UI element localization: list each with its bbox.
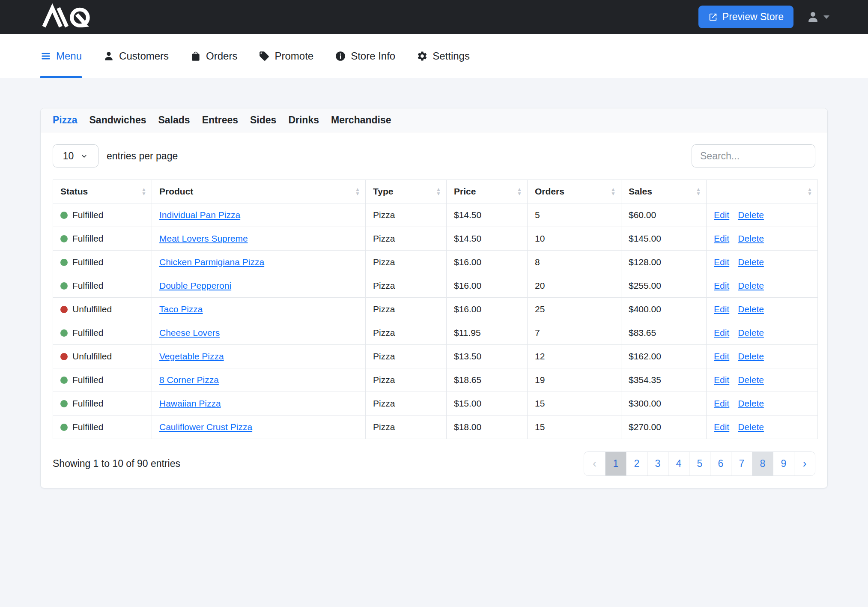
showing-entries-text: Showing 1 to 10 of 90 entries <box>53 458 180 469</box>
pagination-page-9[interactable]: 9 <box>773 452 794 475</box>
product-link[interactable]: Cauliflower Crust Pizza <box>159 422 252 432</box>
column-label: Price <box>454 186 476 196</box>
pagination-page-2[interactable]: 2 <box>626 452 647 475</box>
price-cell: $11.95 <box>447 321 528 345</box>
edit-link[interactable]: Edit <box>714 328 729 338</box>
status-text: Unfulfilled <box>72 304 112 314</box>
table-row: FulfilledDouble PepperoniPizza$16.0020$2… <box>53 274 818 298</box>
store-logo[interactable] <box>39 6 96 28</box>
sort-icon[interactable]: ▲▼ <box>517 187 522 196</box>
sales-cell: $400.00 <box>621 298 707 321</box>
delete-link[interactable]: Delete <box>738 398 764 408</box>
type-cell: Pizza <box>366 416 447 439</box>
product-link[interactable]: Taco Pizza <box>159 304 203 314</box>
nav-item-label: Promote <box>274 50 313 62</box>
delete-link[interactable]: Delete <box>738 328 764 338</box>
pagination-page-4[interactable]: 4 <box>668 452 689 475</box>
tab-salads[interactable]: Salads <box>158 114 190 126</box>
sort-icon[interactable]: ▲▼ <box>696 187 701 196</box>
tab-drinks[interactable]: Drinks <box>288 114 319 126</box>
tab-sides[interactable]: Sides <box>250 114 276 126</box>
column-header-sales[interactable]: Sales▲▼ <box>621 180 707 203</box>
status-dot-icon <box>60 424 68 431</box>
sort-icon[interactable]: ▲▼ <box>355 187 360 196</box>
delete-link[interactable]: Delete <box>738 210 764 220</box>
sort-icon[interactable]: ▲▼ <box>611 187 616 196</box>
nav-item-orders[interactable]: Orders <box>190 34 237 78</box>
nav-item-settings[interactable]: Settings <box>417 34 470 78</box>
delete-link[interactable]: Delete <box>738 257 764 267</box>
orders-cell: 5 <box>528 203 621 227</box>
search-input[interactable] <box>692 144 815 167</box>
tab-sandwiches[interactable]: Sandwiches <box>89 114 146 126</box>
sales-cell: $270.00 <box>621 416 707 439</box>
nav-item-customers[interactable]: Customers <box>103 34 169 78</box>
delete-link[interactable]: Delete <box>738 304 764 314</box>
status-cell: Fulfilled <box>53 274 152 298</box>
sort-icon[interactable]: ▲▼ <box>807 187 812 196</box>
pagination-prev-button[interactable]: ‹ <box>584 452 605 475</box>
edit-link[interactable]: Edit <box>714 375 729 385</box>
status-text: Fulfilled <box>72 210 103 220</box>
delete-link[interactable]: Delete <box>738 281 764 290</box>
nav-item-store-info[interactable]: Store Info <box>335 34 395 78</box>
product-link[interactable]: Chicken Parmigiana Pizza <box>159 257 264 267</box>
nav-item-menu[interactable]: Menu <box>40 34 82 78</box>
column-header-product[interactable]: Product▲▼ <box>152 180 366 203</box>
product-cell: Meat Lovers Supreme <box>152 227 366 251</box>
product-link[interactable]: Vegetable Pizza <box>159 351 224 361</box>
type-cell: Pizza <box>366 392 447 416</box>
orders-cell: 20 <box>528 274 621 298</box>
delete-link[interactable]: Delete <box>738 351 764 361</box>
product-link[interactable]: Individual Pan Pizza <box>159 210 240 220</box>
edit-link[interactable]: Edit <box>714 422 729 432</box>
product-link[interactable]: 8 Corner Pizza <box>159 375 219 385</box>
column-header-status[interactable]: Status▲▼ <box>53 180 152 203</box>
status-text: Fulfilled <box>72 328 103 338</box>
sales-cell: $128.00 <box>621 251 707 274</box>
delete-link[interactable]: Delete <box>738 375 764 385</box>
table-row: FulfilledMeat Lovers SupremePizza$14.501… <box>53 227 818 251</box>
sort-icon[interactable]: ▲▼ <box>141 187 146 196</box>
actions-cell: EditDelete <box>707 416 818 439</box>
column-header-price[interactable]: Price▲▼ <box>447 180 528 203</box>
delete-link[interactable]: Delete <box>738 422 764 432</box>
column-header-orders[interactable]: Orders▲▼ <box>528 180 621 203</box>
orders-cell: 10 <box>528 227 621 251</box>
tab-pizza[interactable]: Pizza <box>53 114 78 126</box>
status-text: Fulfilled <box>72 257 103 267</box>
pagination-page-5[interactable]: 5 <box>689 452 710 475</box>
preview-store-button[interactable]: Preview Store <box>698 6 793 28</box>
pagination-page-1[interactable]: 1 <box>605 452 626 475</box>
pagination-page-7[interactable]: 7 <box>731 452 752 475</box>
status-text: Fulfilled <box>72 398 103 408</box>
bag-icon <box>190 51 201 62</box>
tab-merchandise[interactable]: Merchandise <box>331 114 391 126</box>
column-header-blank[interactable]: ▲▼ <box>707 180 818 203</box>
nav-item-promote[interactable]: Promote <box>259 34 313 78</box>
product-link[interactable]: Hawaiian Pizza <box>159 398 221 408</box>
tab-entrees[interactable]: Entrees <box>202 114 238 126</box>
sales-cell: $255.00 <box>621 274 707 298</box>
status-cell: Unfulfilled <box>53 345 152 368</box>
account-menu-button[interactable] <box>806 10 829 24</box>
column-header-type[interactable]: Type▲▼ <box>366 180 447 203</box>
product-link[interactable]: Meat Lovers Supreme <box>159 233 248 243</box>
pagination-page-8[interactable]: 8 <box>752 452 773 475</box>
product-link[interactable]: Cheese Lovers <box>159 328 220 338</box>
edit-link[interactable]: Edit <box>714 281 729 290</box>
edit-link[interactable]: Edit <box>714 257 729 267</box>
sort-icon[interactable]: ▲▼ <box>436 187 441 196</box>
delete-link[interactable]: Delete <box>738 233 764 243</box>
edit-link[interactable]: Edit <box>714 304 729 314</box>
edit-link[interactable]: Edit <box>714 398 729 408</box>
entries-per-page-select[interactable]: 10 <box>53 144 98 167</box>
edit-link[interactable]: Edit <box>714 351 729 361</box>
pagination-page-6[interactable]: 6 <box>710 452 731 475</box>
edit-link[interactable]: Edit <box>714 210 729 220</box>
type-cell: Pizza <box>366 345 447 368</box>
product-link[interactable]: Double Pepperoni <box>159 281 231 290</box>
pagination-page-3[interactable]: 3 <box>647 452 668 475</box>
pagination-next-button[interactable]: › <box>794 452 815 475</box>
edit-link[interactable]: Edit <box>714 233 729 243</box>
